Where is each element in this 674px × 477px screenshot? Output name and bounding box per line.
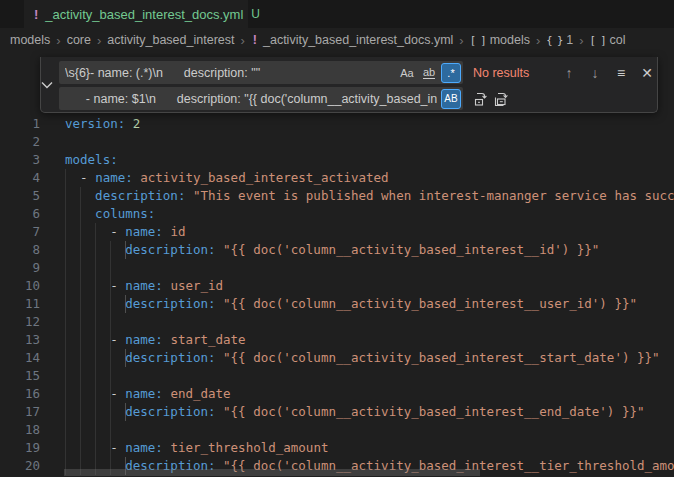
code-line[interactable]: 17 description: "{{ doc('column__activit… xyxy=(0,403,674,421)
line-number: 8 xyxy=(0,241,40,259)
replace-row: AB xyxy=(59,87,659,110)
code-line[interactable]: 2 xyxy=(0,133,674,151)
code-text: version: 2 xyxy=(65,115,140,133)
line-number: 10 xyxy=(0,277,40,295)
line-number: 15 xyxy=(0,367,40,385)
line-number: 13 xyxy=(0,331,40,349)
find-results-count: No results xyxy=(473,66,559,80)
code-line[interactable]: 18 xyxy=(0,421,674,439)
replace-all-icon xyxy=(493,91,509,107)
find-row: Aa ab .* No results ↑ ↓ ≡ ✕ xyxy=(59,61,659,84)
line-number: 5 xyxy=(0,187,40,205)
code-line[interactable]: 12 xyxy=(0,313,674,331)
replace-all-button[interactable] xyxy=(491,89,511,109)
previous-match-button[interactable]: ↑ xyxy=(559,63,579,83)
code-line[interactable]: 6 columns: xyxy=(0,205,674,223)
code-line[interactable]: 16 - name: end_date xyxy=(0,385,674,403)
vscode-window: ! _activity_based_interest_docs.yml U mo… xyxy=(0,0,674,477)
code-text: description: "{{ doc('column__activity_b… xyxy=(65,241,599,259)
toggle-replace-button[interactable] xyxy=(41,57,53,112)
code-line[interactable]: 13 - name: start_date xyxy=(0,331,674,349)
line-number: 11 xyxy=(0,295,40,313)
code-text: description: "This event is published wh… xyxy=(65,187,674,205)
line-number: 6 xyxy=(0,205,40,223)
code-text: description: "{{ doc('column__activity_b… xyxy=(65,295,637,313)
code-text: - name: start_date xyxy=(65,331,246,349)
chevron-down-icon xyxy=(41,81,53,89)
code-text: description: "{{ doc('column__activity_b… xyxy=(65,403,645,421)
find-input-box: Aa ab .* xyxy=(59,61,463,84)
line-number: 3 xyxy=(0,151,40,169)
match-case-button[interactable]: Aa xyxy=(397,63,417,83)
line-number: 14 xyxy=(0,349,40,367)
line-number: 20 xyxy=(0,457,40,475)
find-widget: Aa ab .* No results ↑ ↓ ≡ ✕ AB xyxy=(40,57,658,113)
line-number: 2 xyxy=(0,133,40,151)
code-text: - name: user_id xyxy=(65,277,223,295)
line-number: 7 xyxy=(0,223,40,241)
code-line[interactable]: 5 description: "This event is published … xyxy=(0,187,674,205)
line-number: 4 xyxy=(0,169,40,187)
code-text: - name: tier_threshold_amount xyxy=(65,439,328,457)
close-find-widget-button[interactable]: ✕ xyxy=(637,63,657,83)
line-number: 17 xyxy=(0,403,40,421)
code-text: - name: end_date xyxy=(65,385,231,403)
whole-word-button[interactable]: ab xyxy=(419,63,439,83)
code-line[interactable]: 19 - name: tier_threshold_amount xyxy=(0,439,674,457)
code-text: - name: id xyxy=(65,223,185,241)
line-number: 1 xyxy=(0,115,40,133)
code-line[interactable]: 15 xyxy=(0,367,674,385)
line-number: 16 xyxy=(0,385,40,403)
horizontal-scrollbar[interactable] xyxy=(64,469,480,476)
find-in-selection-button[interactable]: ≡ xyxy=(611,63,631,83)
code-line[interactable]: 7 - name: id xyxy=(0,223,674,241)
line-number: 9 xyxy=(0,259,40,277)
code-line[interactable]: 1version: 2 xyxy=(0,115,674,133)
preserve-case-button[interactable]: AB xyxy=(441,89,461,109)
code-line[interactable]: 10 - name: user_id xyxy=(0,277,674,295)
code-line[interactable]: 14 description: "{{ doc('column__activit… xyxy=(0,349,674,367)
code-line[interactable]: 8 description: "{{ doc('column__activity… xyxy=(0,241,674,259)
code-line[interactable]: 3models: xyxy=(0,151,674,169)
code-line[interactable]: 11 description: "{{ doc('column__activit… xyxy=(0,295,674,313)
next-match-button[interactable]: ↓ xyxy=(585,63,605,83)
code-text: columns: xyxy=(65,205,155,223)
code-text: description: "{{ doc('column__activity_b… xyxy=(65,349,660,367)
code-line[interactable]: 4 - name: activity_based_interest_activa… xyxy=(0,169,674,187)
replace-icon xyxy=(473,91,489,107)
replace-button[interactable] xyxy=(471,89,491,109)
code-line[interactable]: 9 xyxy=(0,259,674,277)
line-number: 18 xyxy=(0,421,40,439)
replace-input-box: AB xyxy=(59,87,463,110)
regex-button[interactable]: .* xyxy=(441,63,461,83)
line-number: 19 xyxy=(0,439,40,457)
find-input[interactable] xyxy=(59,66,397,80)
line-number: 12 xyxy=(0,313,40,331)
code-text: - name: activity_based_interest_activate… xyxy=(65,169,389,187)
replace-input[interactable] xyxy=(59,92,441,106)
code-text: models: xyxy=(65,151,118,169)
